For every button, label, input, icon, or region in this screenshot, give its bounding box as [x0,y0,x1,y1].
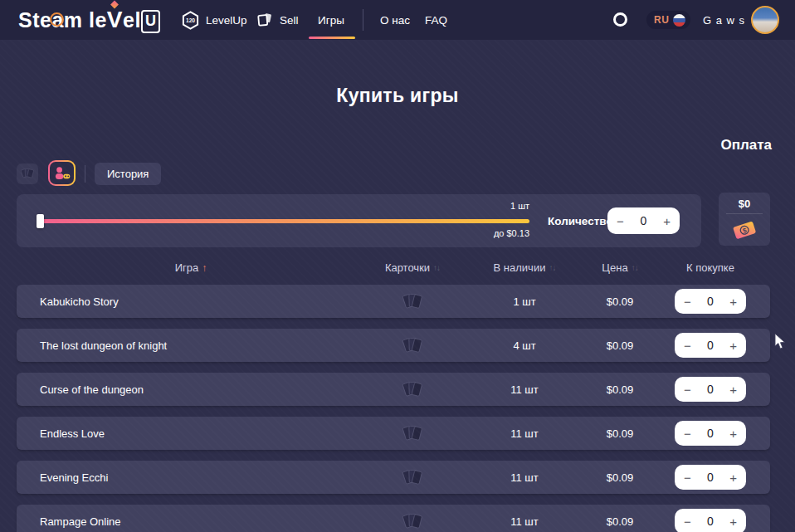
stock-cell: 4 шт [460,339,589,352]
header-purchase-label: К покупке [686,261,734,274]
quantity-slider-panel: 1 шт до $0.13 Количество: − 0 + [17,194,701,247]
game-name: Rampage Online [17,515,365,528]
stock-cell: 11 шт [460,383,589,396]
cards-cell [365,379,460,400]
slider-price-label: до $0.13 [465,228,529,238]
quantity-value: 0 [707,427,714,440]
table-row: The lost dungeon of knight 4 шт $0.09 − … [17,329,770,362]
active-tab-underline [309,37,355,39]
nav-levelup-label: LevelUp [206,14,247,27]
cards-cell [365,467,460,488]
nav-about-label: О нас [380,14,410,27]
russia-flag-icon [673,14,685,27]
sort-icon: ↑↓ [433,263,440,272]
row-quantity-stepper: − 0 + [675,289,746,314]
logo-text: m le [64,8,107,32]
cards-icon [400,379,425,400]
header-stock-label: В наличии [494,261,546,274]
price-cell: $0.09 [589,515,651,528]
slider-handle[interactable] [37,214,44,228]
payment-balance-card[interactable]: $0 $ [719,193,770,246]
mouse-cursor-icon [773,333,787,350]
nav-item-about[interactable]: О нас [380,0,410,40]
price-cell: $0.09 [589,471,651,484]
table-row: Rampage Online 11 шт $0.09 − 0 + [17,505,770,532]
logo-a-accent: a [51,8,63,32]
toggle-divider [85,165,85,183]
minus-button[interactable]: − [684,339,691,352]
stock-cell: 11 шт [460,427,589,440]
header-game[interactable]: Игра ↑ [17,261,365,274]
header-price-label: Цена [602,261,627,274]
logo-v-diamond-icon: V [107,7,123,33]
sort-icon: ↑↓ [632,263,638,272]
nav-item-sell[interactable]: Sell [256,0,299,40]
slider-track[interactable] [40,219,529,223]
minus-button[interactable]: − [684,383,691,396]
minus-button[interactable]: − [684,471,691,484]
table-row: Evening Ecchi 11 шт $0.09 − 0 + [17,461,770,494]
sort-icon: ↑↓ [549,263,555,272]
quantity-value: 0 [707,515,714,528]
price-cell: $0.09 [589,383,651,396]
username: G a w s [703,14,745,27]
view-toggle-games-button-active[interactable] [48,160,76,186]
nav-faq-label: FAQ [425,14,447,27]
nav-item-levelup[interactable]: 120 LevelUp [181,0,247,40]
navbar: Steam leVelU 120 LevelUp Sell Игры О нас… [0,0,795,40]
cards-cell [365,335,460,356]
header-cards[interactable]: Карточки ↑↓ [365,261,460,274]
quantity-value: 0 [707,383,714,396]
game-name: Kabukicho Story [17,295,365,308]
quantity-label: Количество: [548,215,617,227]
theme-toggle-icon[interactable] [613,12,627,27]
cards-icon [400,291,425,312]
game-name: Evening Ecchi [17,471,365,484]
table-row: Curse of the dungeon 11 шт $0.09 − 0 + [17,373,770,406]
view-toggle-cards-button[interactable] [17,164,38,184]
nav-item-games-active[interactable]: Игры [318,0,344,40]
plus-button[interactable]: + [729,295,737,308]
row-quantity-stepper: − 0 + [675,421,746,446]
user-menu[interactable]: G a w s [703,0,756,40]
plus-button[interactable]: + [729,427,737,440]
table-body: Kabukicho Story 1 шт $0.09 − 0 + The los… [17,285,770,532]
minus-button[interactable]: − [684,427,691,440]
quantity-value: 0 [707,339,714,352]
header-price[interactable]: Цена ↑↓ [589,261,651,274]
plus-button[interactable]: + [729,471,737,484]
row-quantity-stepper: − 0 + [675,377,746,402]
money-ticket-icon: $ [729,217,759,242]
logo[interactable]: Steam leVelU [18,7,160,33]
language-selector[interactable]: RU [646,11,690,29]
sell-cards-icon [256,11,274,29]
header-stock[interactable]: В наличии ↑↓ [460,261,589,274]
row-quantity-stepper: − 0 + [675,465,746,490]
logo-text: el [123,8,141,32]
payment-amount: $0 [719,198,770,210]
plus-button[interactable]: + [729,339,737,352]
payment-heading: Оплата [720,137,772,154]
logo-u-badge: U [141,10,161,33]
row-quantity-stepper: − 0 + [675,333,746,358]
payment-divider [726,213,763,214]
minus-button[interactable]: − [617,215,624,227]
cards-icon [400,511,425,532]
stock-cell: 11 шт [460,515,589,528]
nav-sell-label: Sell [280,14,299,27]
plus-button[interactable]: + [663,215,671,227]
plus-button[interactable]: + [729,515,737,528]
minus-button[interactable]: − [684,515,691,528]
slider-max-label: 1 шт [465,201,529,211]
global-quantity-stepper: − 0 + [607,207,680,234]
cards-icon [400,335,425,356]
sort-asc-icon: ↑ [202,262,207,274]
avatar[interactable] [751,6,779,34]
minus-button[interactable]: − [684,295,691,308]
plus-button[interactable]: + [729,383,737,396]
history-button[interactable]: История [95,163,161,185]
game-name: Endless Love [17,427,365,440]
price-cell: $0.09 [589,339,651,352]
header-game-label: Игра [175,261,199,274]
nav-item-faq[interactable]: FAQ [425,0,447,40]
